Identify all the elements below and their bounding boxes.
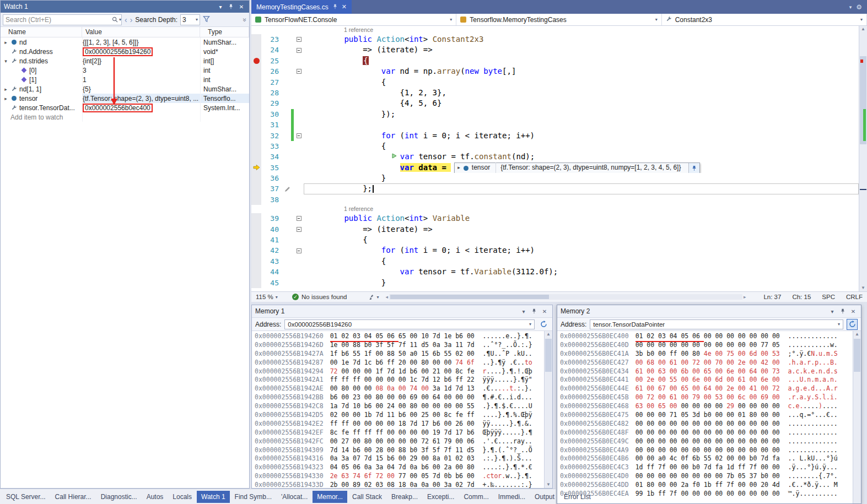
tool-window-tab[interactable]: Autos <box>142 491 168 503</box>
project-dropdown[interactable]: TensorFlowNET.Console ▾ <box>251 14 456 25</box>
code-text[interactable]: }); <box>304 109 859 120</box>
column-header-value[interactable]: Value <box>82 27 200 37</box>
type-dropdown[interactable]: Tensorflow.MemoryTestingCases ▾ <box>456 14 661 25</box>
refresh-icon[interactable] <box>847 319 858 330</box>
memory-row[interactable]: 0x000002556B1942C81a7d10b600240080000000… <box>252 402 552 411</box>
memory-row[interactable]: 0x000002556B1942EF8cfeffffff00000000197d… <box>252 429 552 437</box>
run-to-cursor-icon[interactable] <box>391 151 400 162</box>
code-editor[interactable]: 1 reference23 public Action<int> Constan… <box>251 26 867 291</box>
scroll-down-icon[interactable]: ▼ <box>859 285 867 291</box>
memory2-hex-view[interactable]: 0x000002556B0EC4000102030405060000000000… <box>557 331 861 498</box>
filter-icon[interactable] <box>203 15 210 24</box>
tool-window-tab[interactable]: SQL Server... <box>2 491 50 503</box>
document-health[interactable]: ✓ No issues found <box>292 294 347 300</box>
code-text[interactable]: }; <box>304 183 859 194</box>
tool-window-tab[interactable]: Output <box>530 491 559 503</box>
memory1-scrollbar[interactable]: ▲ ▼ <box>544 331 552 488</box>
memory-row[interactable]: 0x000002556B0EC4270068006100720070002e00… <box>557 359 861 367</box>
editor-vertical-scrollbar[interactable]: ▲ ▼ <box>859 26 867 291</box>
status-column[interactable]: Ch: 15 <box>792 294 811 300</box>
tool-window-tab[interactable]: 'Allocat... <box>277 491 312 503</box>
pin-icon[interactable] <box>332 4 338 10</box>
status-line[interactable]: Ln: 37 <box>763 294 781 300</box>
watch-row[interactable]: ▸tensor{tf.Tensor: shape=(2, 3), dtype=u… <box>1 94 249 103</box>
tool-window-tab[interactable]: Call Stack <box>348 491 386 503</box>
tool-window-tab[interactable]: Error List <box>559 491 595 503</box>
tool-window-tab[interactable]: Immedi... <box>494 491 530 503</box>
column-header-name[interactable]: Name <box>1 27 82 37</box>
code-text[interactable] <box>304 194 859 205</box>
pin-icon[interactable] <box>530 307 538 316</box>
tool-window-tab[interactable]: Call Hierar... <box>51 491 96 503</box>
expand-toggle-icon[interactable]: ▸ <box>457 162 460 173</box>
code-text[interactable]: { <box>304 235 859 245</box>
code-text[interactable]: for (int i = 0; i < iterate; i++) <box>304 245 859 256</box>
fold-toggle[interactable] <box>297 37 301 42</box>
fold-toggle[interactable] <box>297 48 301 53</box>
breakpoint-margin[interactable] <box>251 183 261 194</box>
code-text[interactable]: var nd = np.array(new byte[,] <box>304 66 859 77</box>
refresh-icon[interactable] <box>538 319 549 330</box>
memory-row[interactable]: 0x000002556B0EC4C31dff7f0000b07dfa1dff7f… <box>557 463 861 472</box>
codelens-references[interactable]: 1 reference <box>251 26 859 34</box>
memory-row[interactable]: 0x000002556B0EC4000102030405060000000000… <box>557 332 861 341</box>
memory-row[interactable]: 0x000002556B19427A1fb6551f008850a0156b55… <box>252 350 552 359</box>
status-line-ending[interactable]: CRLF <box>846 294 863 300</box>
zoom-select[interactable]: 115 % ▾ <box>256 294 284 300</box>
code-text[interactable]: public Action<int> Constant2x3 <box>304 34 859 45</box>
fold-toggle[interactable] <box>297 133 301 138</box>
code-text[interactable]: {1, 2, 3}, <box>304 88 859 98</box>
memory-row[interactable]: 0x000002556B1942E2ffff00000000187d17b600… <box>252 420 552 429</box>
breakpoint-margin[interactable] <box>251 151 261 162</box>
memory-row[interactable]: 0x000002556B194294720000001f7d1db6002100… <box>252 367 552 376</box>
chevron-down-icon[interactable]: ▾ <box>119 17 121 22</box>
chevron-down-icon[interactable]: ▾ <box>216 3 225 11</box>
memory-row[interactable]: 0x000002556B0EC4686300650000000000290000… <box>557 402 861 411</box>
watch-row[interactable]: ▾nd.strides{int[2]}int[] <box>1 56 249 66</box>
breakpoint-margin[interactable] <box>251 224 261 235</box>
scroll-up-icon[interactable]: ▲ <box>545 331 552 338</box>
address-input[interactable]: 0x000002556B194260 ▾ <box>284 319 535 329</box>
memory-row[interactable]: 0x000002556B0EC4D000000000000000007b0537… <box>557 472 861 481</box>
memory-row[interactable]: 0x000002556B1943230405060a3a047d0ab6002a… <box>252 463 552 472</box>
memory-row[interactable]: 0x000002556B0EC47500000071053db000000180… <box>557 411 861 420</box>
breakpoint-icon[interactable] <box>254 58 260 64</box>
memory-row[interactable]: 0x000002556B1942BBb600230080000069006400… <box>252 393 552 402</box>
watch-row[interactable]: tensor.TensorDat...0x000002556b0ec400Sys… <box>1 103 249 112</box>
memory-row[interactable]: 0x000002556B0EC434610063006b0065006e0064… <box>557 367 861 376</box>
gear-icon[interactable]: ⚙ <box>856 3 862 11</box>
breakpoint-margin[interactable] <box>251 66 261 77</box>
code-text[interactable]: { <box>304 77 859 88</box>
close-icon[interactable]: ✕ <box>237 3 246 11</box>
breakpoint-margin[interactable] <box>251 109 261 120</box>
scroll-up-icon[interactable]: ▲ <box>853 331 861 338</box>
search-prev-icon[interactable]: ‹ <box>125 16 127 24</box>
tool-window-tab[interactable]: Excepti... <box>423 491 459 503</box>
column-header-type[interactable]: Type <box>200 27 249 37</box>
expand-toggle-icon[interactable]: ▸ <box>3 96 9 101</box>
tool-window-tab[interactable]: Diagnostic... <box>96 491 142 503</box>
breakpoint-margin[interactable] <box>251 120 261 130</box>
fold-toggle[interactable] <box>297 69 301 74</box>
breakpoint-margin[interactable] <box>251 213 261 224</box>
breakpoint-margin[interactable] <box>251 256 261 267</box>
watch-row[interactable]: ▸nd{[[1, 2, 3], [4, 5, 6]]}NumShar... <box>1 37 249 47</box>
chevron-down-icon[interactable]: ▾ <box>849 4 852 10</box>
tool-window-tab[interactable]: Locals <box>168 491 196 503</box>
breakpoint-margin[interactable] <box>251 98 261 109</box>
status-insert-mode[interactable]: SPC <box>822 294 835 300</box>
pin-icon[interactable] <box>838 307 847 316</box>
scrollbar-thumb[interactable] <box>854 339 860 372</box>
scroll-left-icon[interactable]: ◂ <box>385 294 388 300</box>
scrollbar-thumb[interactable] <box>390 295 549 299</box>
search-next-icon[interactable]: › <box>130 16 133 24</box>
scroll-right-icon[interactable]: ▸ <box>744 294 746 300</box>
breakpoint-margin[interactable] <box>251 162 261 173</box>
breakpoint-margin[interactable] <box>251 194 261 205</box>
breakpoint-margin[interactable] <box>251 131 261 141</box>
code-cleanup-button[interactable]: ▾ <box>369 294 379 300</box>
datatip[interactable]: ▸tensor{tf.Tensor: shape=(2, 3), dtype=u… <box>454 162 700 173</box>
code-text[interactable]: { <box>304 56 859 66</box>
code-text[interactable]: { <box>304 256 859 267</box>
code-text[interactable]: var tensor = tf.constant(nd); <box>304 151 859 162</box>
